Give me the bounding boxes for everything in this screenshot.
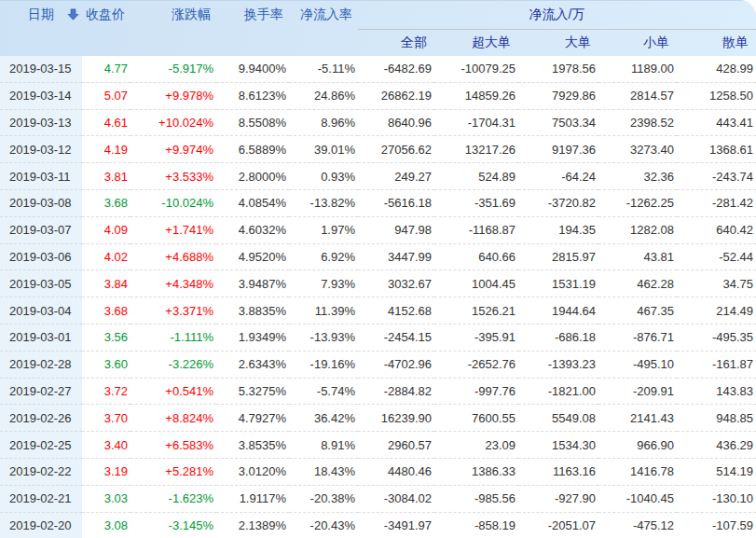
fund-flow-panel: 日期 收盘价 涨跌幅 换手率 净流入率 净流入/万 全部 超大单 大单 小单 散…	[0, 0, 756, 538]
column-header-inflow-group: 净流入/万	[358, 1, 756, 30]
inflow-super-large-cell: -10079.25	[434, 56, 518, 82]
date-cell: 2019-02-22	[0, 458, 82, 485]
inflow-rate-cell: 18.43%	[289, 458, 358, 485]
turnover-rate-cell: 3.9487%	[216, 270, 289, 297]
change-percent-cell: -1.623%	[131, 485, 216, 512]
inflow-rate-cell: -5.11%	[289, 56, 358, 82]
inflow-retail-cell: 1258.50	[677, 82, 756, 109]
inflow-all-cell: -2884.82	[358, 378, 434, 405]
inflow-retail-cell: 34.75	[677, 270, 756, 297]
change-percent-cell: -1.111%	[131, 324, 216, 351]
inflow-super-large-cell: 7600.55	[434, 405, 518, 432]
close-price-cell: 5.07	[82, 82, 131, 109]
inflow-rate-cell: 7.93%	[289, 270, 358, 297]
inflow-all-cell: 3032.67	[358, 270, 434, 297]
inflow-rate-cell: 6.92%	[289, 243, 358, 270]
table-row: 2019-03-11 3.81 +3.533% 2.8000% 0.93% 24…	[0, 163, 756, 190]
table-row: 2019-03-15 4.77 -5.917% 9.9400% -5.11% -…	[0, 56, 756, 82]
table-row: 2019-02-20 3.08 -3.145% 2.1389% -20.43% …	[0, 512, 756, 538]
table-row: 2019-03-08 3.68 -10.024% 4.0854% -13.82%…	[0, 189, 756, 216]
inflow-retail-cell: -281.42	[677, 189, 756, 216]
date-cell: 2019-03-06	[0, 243, 82, 270]
inflow-retail-cell: 436.29	[677, 432, 756, 459]
date-cell: 2019-03-12	[0, 136, 82, 163]
column-header-turnover[interactable]: 换手率	[216, 1, 289, 30]
inflow-small-cell: 3273.40	[598, 136, 677, 163]
turnover-rate-cell: 4.9520%	[216, 243, 289, 270]
column-header-close[interactable]: 收盘价	[82, 1, 131, 30]
column-header-all[interactable]: 全部	[358, 30, 434, 57]
inflow-rate-cell: 24.86%	[289, 82, 358, 109]
inflow-large-cell: -3720.82	[518, 189, 598, 216]
inflow-all-cell: 27056.62	[358, 136, 434, 163]
column-header-date[interactable]: 日期	[0, 1, 82, 30]
date-cell: 2019-03-04	[0, 297, 82, 324]
inflow-small-cell: -1262.25	[598, 189, 677, 216]
inflow-super-large-cell: 524.89	[434, 163, 518, 190]
column-header-change[interactable]: 涨跌幅	[131, 1, 216, 30]
inflow-small-cell: 2398.52	[598, 109, 677, 136]
column-header-retail[interactable]: 散单	[677, 30, 756, 57]
inflow-small-cell: 32.36	[598, 163, 677, 190]
inflow-retail-cell: 948.85	[677, 405, 756, 432]
header-spacer	[216, 30, 289, 57]
change-percent-cell: -3.145%	[131, 512, 216, 538]
inflow-all-cell: -3491.97	[358, 512, 434, 538]
column-header-large[interactable]: 大单	[518, 30, 598, 57]
turnover-rate-cell: 9.9400%	[216, 56, 289, 82]
inflow-small-cell: 43.81	[598, 243, 677, 270]
column-header-super-large[interactable]: 超大单	[434, 30, 518, 57]
inflow-super-large-cell: 1004.45	[434, 270, 518, 297]
close-price-cell: 3.56	[82, 324, 131, 351]
turnover-rate-cell: 5.3275%	[216, 378, 289, 405]
date-cell: 2019-02-27	[0, 378, 82, 405]
turnover-rate-cell: 3.8835%	[216, 297, 289, 324]
table-row: 2019-02-26 3.70 +8.824% 4.7927% 36.42% 1…	[0, 405, 756, 432]
change-percent-cell: +10.024%	[131, 109, 216, 136]
change-percent-cell: -10.024%	[131, 189, 216, 216]
table-body: 2019-03-15 4.77 -5.917% 9.9400% -5.11% -…	[0, 56, 756, 538]
table-row: 2019-03-05 3.84 +4.348% 3.9487% 7.93% 30…	[0, 270, 756, 297]
header-spacer	[289, 30, 358, 57]
table-row: 2019-03-01 3.56 -1.111% 1.9349% -13.93% …	[0, 324, 756, 351]
change-percent-cell: +9.978%	[131, 82, 216, 109]
inflow-large-cell: 7929.86	[518, 82, 598, 109]
date-cell: 2019-02-20	[0, 512, 82, 538]
inflow-small-cell: 462.28	[598, 270, 677, 297]
inflow-retail-cell: 143.83	[677, 378, 756, 405]
table-row: 2019-03-04 3.68 +3.371% 3.8835% 11.39% 4…	[0, 297, 756, 324]
change-percent-cell: +9.974%	[131, 136, 216, 163]
column-header-inflow-rate[interactable]: 净流入率	[289, 1, 358, 30]
column-header-small[interactable]: 小单	[598, 30, 677, 57]
inflow-small-cell: 1189.00	[598, 56, 677, 82]
close-price-cell: 4.61	[82, 109, 131, 136]
date-cell: 2019-02-25	[0, 432, 82, 459]
inflow-all-cell: -4702.96	[358, 351, 434, 378]
date-cell: 2019-03-08	[0, 189, 82, 216]
inflow-super-large-cell: -997.76	[434, 378, 518, 405]
inflow-retail-cell: 640.42	[677, 216, 756, 243]
inflow-rate-cell: -5.74%	[289, 378, 358, 405]
inflow-super-large-cell: 1386.33	[434, 458, 518, 485]
inflow-retail-cell: 214.49	[677, 297, 756, 324]
sort-descending-icon[interactable]	[67, 8, 79, 23]
date-cell: 2019-03-11	[0, 163, 82, 190]
turnover-rate-cell: 2.8000%	[216, 163, 289, 190]
inflow-large-cell: -2051.07	[518, 512, 598, 538]
inflow-rate-cell: 8.96%	[289, 109, 358, 136]
inflow-retail-cell: -107.59	[677, 512, 756, 538]
inflow-large-cell: 194.35	[518, 216, 598, 243]
table-row: 2019-02-28 3.60 -3.226% 2.6343% -19.16% …	[0, 351, 756, 378]
inflow-rate-cell: -13.93%	[289, 324, 358, 351]
table-row: 2019-02-27 3.72 +0.541% 5.3275% -5.74% -…	[0, 378, 756, 405]
close-price-cell: 3.68	[82, 297, 131, 324]
inflow-super-large-cell: 13217.26	[434, 136, 518, 163]
close-price-cell: 3.81	[82, 163, 131, 190]
inflow-all-cell: 8640.96	[358, 109, 434, 136]
table-header: 日期 收盘价 涨跌幅 换手率 净流入率 净流入/万 全部 超大单 大单 小单 散…	[0, 1, 756, 57]
close-price-cell: 3.03	[82, 485, 131, 512]
inflow-retail-cell: 443.41	[677, 109, 756, 136]
inflow-retail-cell: -52.44	[677, 243, 756, 270]
turnover-rate-cell: 1.9117%	[216, 485, 289, 512]
inflow-large-cell: 1944.64	[518, 297, 598, 324]
